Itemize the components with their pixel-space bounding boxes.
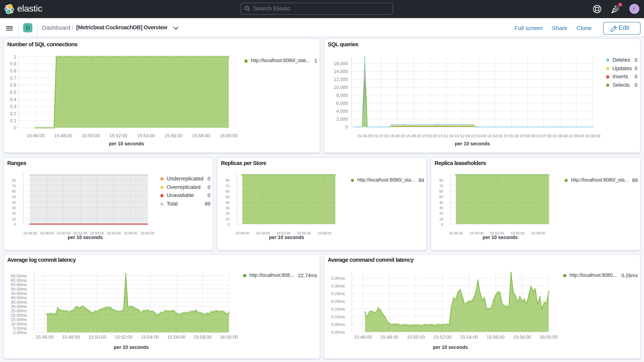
svg-text:0.30ms: 0.30ms: [331, 284, 345, 288]
svg-text:35.00ms: 35.00ms: [11, 300, 27, 304]
svg-text:15:48:00: 15:48:00: [380, 334, 398, 340]
svg-text:15:52:00: 15:52:00: [434, 334, 452, 340]
svg-text:per 10 seconds: per 10 seconds: [433, 344, 468, 350]
svg-text:15:54:00: 15:54:00: [137, 133, 155, 138]
svg-text:15:46:00: 15:46:00: [236, 231, 249, 235]
svg-text:15:48:00: 15:48:00: [40, 231, 54, 235]
svg-text:15:46:00: 15:46:00: [449, 231, 463, 235]
svg-text:0: 0: [14, 125, 16, 130]
svg-text:15.00ms: 15.00ms: [11, 317, 27, 322]
svg-text:15:46:00: 15:46:00: [23, 231, 37, 235]
svg-text:15:58:00: 15:58:00: [552, 134, 568, 138]
svg-text:50: 50: [226, 195, 230, 199]
svg-text:16:00:00: 16:00:00: [540, 334, 558, 340]
svg-text:15:47:00: 15:47:00: [373, 134, 389, 138]
svg-text:15:52:00: 15:52:00: [455, 134, 470, 138]
svg-text:60: 60: [439, 189, 443, 193]
svg-text:15:48:00: 15:48:00: [54, 133, 72, 138]
svg-text:15:46:00: 15:46:00: [354, 334, 372, 340]
svg-text:15:55:00: 15:55:00: [504, 134, 519, 138]
svg-text:60: 60: [226, 189, 230, 193]
svg-text:40.00ms: 40.00ms: [11, 295, 27, 300]
svg-text:50: 50: [439, 195, 443, 199]
svg-text:15:56:00: 15:56:00: [107, 231, 121, 235]
svg-text:6,000: 6,000: [336, 100, 348, 106]
svg-text:0.8: 0.8: [10, 68, 16, 74]
svg-text:10: 10: [226, 217, 230, 221]
svg-text:15:58:00: 15:58:00: [531, 231, 545, 235]
svg-text:15:56:00: 15:56:00: [167, 334, 185, 340]
svg-text:15:51:00: 15:51:00: [438, 134, 454, 138]
svg-text:0.7: 0.7: [10, 75, 16, 80]
svg-text:25.00ms: 25.00ms: [11, 308, 27, 313]
svg-text:0.4: 0.4: [10, 97, 16, 102]
svg-text:5.00ms: 5.00ms: [13, 326, 27, 331]
svg-text:60.00ms: 60.00ms: [11, 278, 27, 283]
svg-text:20.00ms: 20.00ms: [11, 313, 27, 318]
svg-text:0.2: 0.2: [10, 111, 16, 116]
svg-text:16:00:00: 16:00:00: [220, 133, 238, 138]
svg-text:0: 0: [345, 124, 348, 130]
svg-text:0.25ms: 0.25ms: [331, 291, 345, 296]
svg-text:15:54:00: 15:54:00: [460, 334, 478, 340]
svg-text:16:00:00: 16:00:00: [220, 334, 238, 340]
svg-text:15:49:00: 15:49:00: [470, 231, 484, 235]
svg-text:15:48:00: 15:48:00: [62, 334, 80, 340]
svg-text:15:54:00: 15:54:00: [487, 134, 503, 138]
svg-text:15:54:00: 15:54:00: [141, 334, 159, 340]
svg-text:16:00:00: 16:00:00: [585, 134, 600, 138]
svg-text:0.6: 0.6: [10, 82, 16, 88]
svg-text:0: 0: [228, 222, 230, 226]
svg-text:per 10 seconds: per 10 seconds: [114, 344, 149, 350]
svg-text:10.00ms: 10.00ms: [11, 322, 27, 326]
svg-text:15:59:00: 15:59:00: [568, 134, 584, 138]
svg-text:70: 70: [439, 184, 443, 188]
svg-text:40: 40: [226, 200, 230, 204]
svg-text:30: 30: [439, 206, 443, 210]
svg-text:0.00ms: 0.00ms: [331, 330, 345, 335]
svg-text:per 10 seconds: per 10 seconds: [455, 141, 490, 146]
svg-text:15:58:00: 15:58:00: [513, 334, 531, 340]
svg-text:0.10ms: 0.10ms: [331, 314, 345, 319]
svg-text:20: 20: [439, 212, 443, 216]
svg-text:45.00ms: 45.00ms: [11, 291, 27, 296]
svg-text:10: 10: [439, 217, 443, 221]
svg-text:15:58:00: 15:58:00: [192, 133, 210, 138]
svg-text:15:50:00: 15:50:00: [88, 334, 106, 340]
svg-text:15:46:00: 15:46:00: [357, 134, 372, 138]
svg-text:15:49:00: 15:49:00: [256, 231, 270, 235]
svg-text:15:53:00: 15:53:00: [471, 134, 486, 138]
svg-text:15:50:00: 15:50:00: [422, 134, 438, 138]
svg-text:15:58:00: 15:58:00: [124, 231, 138, 235]
svg-text:0.5: 0.5: [10, 90, 16, 95]
svg-text:15:52:00: 15:52:00: [109, 133, 127, 138]
svg-text:15:56:00: 15:56:00: [520, 134, 535, 138]
svg-text:70: 70: [226, 184, 230, 188]
svg-text:10: 10: [12, 217, 16, 221]
svg-text:per 10 seconds: per 10 seconds: [109, 141, 144, 146]
svg-text:15:46:00: 15:46:00: [26, 133, 44, 138]
svg-text:15:56:00: 15:56:00: [486, 334, 504, 340]
svg-text:15:52:00: 15:52:00: [114, 334, 132, 340]
svg-text:30.00ms: 30.00ms: [11, 304, 27, 309]
svg-text:per 10 seconds: per 10 seconds: [482, 234, 518, 240]
svg-text:30: 30: [226, 206, 230, 210]
svg-text:20: 20: [226, 212, 230, 216]
svg-text:15:56:00: 15:56:00: [164, 133, 182, 138]
svg-text:15:58:00: 15:58:00: [194, 334, 212, 340]
svg-text:0.20ms: 0.20ms: [331, 299, 345, 304]
svg-text:16:00:00: 16:00:00: [140, 231, 154, 235]
svg-text:0.00ms: 0.00ms: [13, 330, 27, 335]
svg-text:15:57:00: 15:57:00: [536, 134, 552, 138]
svg-text:2,000: 2,000: [336, 116, 348, 122]
svg-text:0: 0: [14, 222, 16, 226]
svg-text:40: 40: [439, 200, 443, 204]
svg-text:15:46:00: 15:46:00: [36, 334, 54, 340]
svg-text:15:50:00: 15:50:00: [407, 334, 425, 340]
svg-text:15:49:00: 15:49:00: [406, 134, 422, 138]
svg-text:50.00ms: 50.00ms: [11, 287, 27, 292]
svg-text:15:48:00: 15:48:00: [390, 134, 405, 138]
svg-text:20: 20: [12, 212, 16, 216]
svg-text:0.05ms: 0.05ms: [331, 322, 345, 327]
svg-text:0: 0: [441, 222, 443, 226]
